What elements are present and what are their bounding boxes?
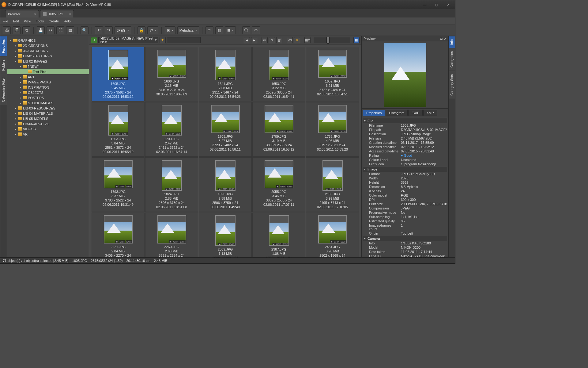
preview-image[interactable]: [362, 41, 448, 108]
thumbnail-image[interactable]: ■GRPEXIF: [162, 105, 182, 136]
thumbnail-image[interactable]: ■GRPEXIF: [269, 215, 289, 246]
tree-item[interactable]: ▸LIB-06-ARCHIVE: [7, 121, 89, 126]
tree-item[interactable]: ▸LIB-05-MODELS: [7, 116, 89, 121]
tree-item[interactable]: ▸IMAGE PACKS: [7, 79, 89, 85]
tree-item[interactable]: ▸LIB-04-MATERIALS: [7, 111, 89, 116]
select-button[interactable]: ▭: [262, 37, 268, 43]
thumbnail-image[interactable]: ■GRPEXIF: [104, 160, 133, 188]
expand-icon[interactable]: ▾: [19, 65, 22, 68]
thumbnail-area[interactable]: ■GRPEXIF 1605.JPG 2.45 MiB 2375 x 3562 x…: [89, 44, 361, 257]
tree-item[interactable]: ▸OBJECTS: [7, 90, 89, 95]
thumbnail-card[interactable]: ■GRPEXIF 1663.JPG 3.84 MiB 2581 x 3872 x…: [92, 102, 145, 157]
expand-icon[interactable]: ▸: [14, 112, 17, 115]
minimize-button[interactable]: —: [419, 1, 431, 8]
thumbnail-card[interactable]: ■GRPEXIF 2451.JPG 3.70 MiB 2802 x 1868 x…: [306, 213, 359, 257]
folder-tree[interactable]: ▾GRAPHICS▸2D-CREATIONS▸3D-CREATIONS▸LIB-…: [7, 36, 89, 257]
thumbnail-card[interactable]: ■GRPEXIF 2387.JPG 1.08 MiB 1707 x 2561 x…: [252, 213, 305, 257]
settings-button[interactable]: ⚙: [252, 26, 260, 34]
tree-item[interactable]: ▸VR: [7, 132, 89, 137]
thumbnail-card[interactable]: ■GRPEXIF 1641.JPG 2.68 MiB 2311 x 3467 x…: [199, 47, 252, 102]
sidetab-info[interactable]: Info: [449, 36, 455, 48]
thumbnail-card[interactable]: ■GRPEXIF 1709.JPG 3.19 MiB 3808 x 2539 x…: [252, 102, 305, 157]
thumbnail-card[interactable]: ■GRPEXIF 1653.JPG 3.22 MiB 2539 x 3808 x…: [252, 47, 305, 102]
tree-item[interactable]: ▾GRAPHICS: [7, 38, 89, 43]
thumbnail-card[interactable]: ■GRPEXIF 1605.JPG 2.45 MiB 2375 x 3562 x…: [92, 47, 145, 102]
thumbnail-card[interactable]: ■GRPEXIF 2055.JPG 3.46 MiB 3802 x 2535 x…: [252, 157, 305, 212]
thumbnail-image[interactable]: ■GRPEXIF: [108, 50, 128, 80]
delete-button[interactable]: 🗑: [276, 37, 282, 43]
print-button[interactable]: 🖶: [3, 26, 11, 34]
thumbnail-card[interactable]: ■GRPEXIF 2309.JPG 1.13 MiB 1866 x 2799 x…: [199, 213, 252, 257]
tree-item[interactable]: Test Pics: [7, 69, 89, 74]
thumbnail-card[interactable]: ■GRPEXIF 1700.JPG 2.42 MiB 2461 x 3692 x…: [145, 102, 198, 157]
save-button[interactable]: 💾: [37, 26, 45, 34]
thumbnail-image[interactable]: ■GRPEXIF: [215, 50, 236, 80]
refresh-button[interactable]: ⟳: [205, 26, 213, 34]
thumbnail-image[interactable]: ■GRPEXIF: [162, 160, 182, 191]
sidetab-favorites[interactable]: Favorites: [0, 36, 7, 56]
tree-item[interactable]: ▸LIB-03-RESOURCES: [7, 105, 89, 111]
close-icon[interactable]: ×: [34, 12, 36, 16]
expand-icon[interactable]: ▸: [14, 44, 17, 47]
tree-item[interactable]: ▸2D-CREATIONS: [7, 43, 89, 48]
close-button[interactable]: ✕: [442, 1, 454, 8]
filter-input[interactable]: [167, 37, 201, 43]
undock-icon[interactable]: ⧉: [440, 37, 443, 41]
thumbnail-image[interactable]: ■GRPEXIF: [215, 160, 236, 191]
nav-back-button[interactable]: ◄: [244, 37, 250, 43]
tree-item[interactable]: ▸STOCK IMAGES: [7, 100, 89, 105]
expand-icon[interactable]: ▸: [19, 75, 22, 79]
prop-section[interactable]: File: [363, 118, 447, 123]
menu-view[interactable]: View: [24, 19, 31, 23]
info-button[interactable]: ⓘ: [242, 26, 250, 34]
undo-button[interactable]: ↶: [95, 26, 103, 34]
back-button[interactable]: ➜: [91, 37, 97, 43]
tab-xmp[interactable]: XMP: [423, 110, 437, 116]
sort-button[interactable]: ▦▾: [304, 37, 311, 43]
expand-icon[interactable]: ▸: [14, 122, 17, 125]
thumbnail-card[interactable]: ■GRPEXIF 2221.JPG 2.04 MiB 3405 x 2270 x…: [92, 213, 145, 257]
thumbnail-card[interactable]: ■GRPEXIF 2260.JPG 2.63 MiB 3831 x 2554 x…: [145, 213, 198, 257]
resize-button[interactable]: ⛶: [56, 26, 64, 34]
expand-icon[interactable]: ▸: [14, 133, 17, 136]
expand-icon[interactable]: ▸: [14, 107, 17, 110]
label-dropdown[interactable]: ▣: [165, 26, 175, 34]
prop-section[interactable]: Image: [363, 167, 447, 172]
thumb-size-slider[interactable]: [314, 37, 350, 43]
expand-icon[interactable]: ▸: [14, 128, 17, 131]
metadata-dropdown[interactable]: Metadata: [177, 26, 199, 34]
thumbnail-image[interactable]: ■GRPEXIF: [318, 50, 347, 78]
grid-button[interactable]: ▦: [66, 26, 74, 34]
sidetab-categories-filter[interactable]: Categories Filter: [0, 74, 7, 105]
jpeg-dropdown[interactable]: JPEG: [115, 26, 131, 34]
expand-icon[interactable]: ▸: [14, 49, 17, 52]
sidetab-category-sets[interactable]: Category Sets: [449, 71, 455, 99]
edit-button[interactable]: ✎: [269, 37, 275, 43]
thumbnail-card[interactable]: ■GRPEXIF 1793.JPG 3.37 MiB 3783 x 2522 x…: [92, 157, 145, 212]
titlebar[interactable]: D:\GRAPHICS\LIB-02-IMAGES\[ NEW ]\Test P…: [0, 0, 455, 9]
expand-icon[interactable]: ▸: [14, 55, 17, 58]
expand-icon[interactable]: ▾: [14, 60, 17, 63]
thumbnail-card[interactable]: ■GRPEXIF 1708.JPG 3.27 MiB 3723 x 2482 x…: [199, 102, 252, 157]
expand-icon[interactable]: ▸: [19, 81, 22, 84]
close-panel-icon[interactable]: ✕: [444, 37, 447, 41]
thumbnail-image[interactable]: ■GRPEXIF: [269, 50, 289, 80]
thumbnail-card[interactable]: ■GRPEXIF 1738.JPG 4.06 MiB 3797 x 2531 x…: [306, 102, 359, 157]
search-button[interactable]: 🔍: [81, 26, 89, 34]
tree-item[interactable]: ▸VIDEOS: [7, 126, 89, 132]
nav-fwd-button[interactable]: ►: [251, 37, 257, 43]
expand-icon[interactable]: ▸: [19, 96, 22, 99]
scanner-button[interactable]: 📠: [13, 26, 21, 34]
thumbnail-image[interactable]: ■GRPEXIF: [157, 215, 186, 243]
thumbnail-card[interactable]: ■GRPEXIF 1659.JPG 3.21 MiB 3727 x 2485 x…: [306, 47, 359, 102]
layout-button[interactable]: ▦: [353, 37, 360, 43]
thumbnail-card[interactable]: ■GRPEXIF 1606.JPG 2.15 MiB 3419 x 2279 x…: [145, 47, 198, 102]
path-field[interactable]: 'HICS\LIB-02-IMAGES\[ NEW ]\Test Pics\▾: [98, 37, 158, 43]
redo-button[interactable]: ↷: [105, 26, 113, 34]
tab-histogram[interactable]: Histogram: [386, 110, 408, 116]
prop-section[interactable]: Camera: [363, 236, 447, 241]
thumbnail-image[interactable]: ■GRPEXIF: [265, 105, 293, 133]
expand-icon[interactable]: ▾: [9, 39, 13, 42]
expand-icon[interactable]: ▸: [14, 117, 17, 120]
menu-tools[interactable]: Tools: [36, 19, 44, 23]
